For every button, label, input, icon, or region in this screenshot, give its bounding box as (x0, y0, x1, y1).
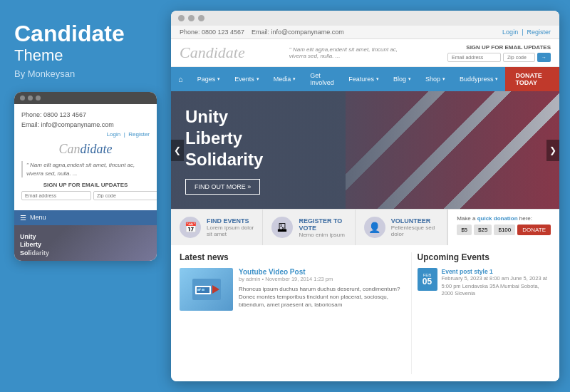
desktop-dot-1 (178, 15, 185, 21)
nav-item-shop[interactable]: Shop ▾ (418, 71, 452, 88)
mobile-phone-email: Phone: 0800 123 4567 Email: info@company… (21, 110, 150, 130)
events-section: Upcoming Events FEB 05 Event post style … (411, 252, 551, 374)
signup-row: → (447, 53, 551, 62)
find-events-title: FIND EVENTS (207, 217, 254, 225)
register-to-vote-text: REGISTER TO VOTE Nemo enim ipsum (299, 217, 346, 238)
post-text: Rhoncus ipsum duchus harum duchus deseru… (239, 285, 403, 309)
mobile-mockup: Phone: 0800 123 4567 Email: info@company… (14, 92, 157, 261)
mobile-quote: " Nam elit agna,enderit sit amet, tincun… (21, 161, 150, 177)
mobile-menu-bar[interactable]: ☰ Menu (14, 210, 157, 225)
site-top-info: Phone: 0800 123 4567 Email: info@company… (171, 26, 559, 39)
mobile-links: Login | Register (21, 131, 150, 138)
event-name[interactable]: Event post style 1 (442, 268, 551, 275)
volunteer-title: VOLUNTEER (391, 217, 438, 225)
logo-main: didate (206, 43, 245, 61)
quick-donation-link[interactable]: quick donation (477, 215, 518, 222)
signup-go-button[interactable]: → (537, 53, 551, 62)
event-info: Event post style 1 February 5, 2023 at 8… (442, 268, 551, 298)
donation-block: Make a quick donation here: $5 $25 $100 … (447, 210, 559, 245)
event-day: 05 (423, 277, 432, 286)
donate-5-button[interactable]: $5 (457, 225, 472, 235)
events-section-title: Upcoming Events (418, 252, 551, 262)
hero-cta-button[interactable]: FIND OUT MORE » (185, 179, 260, 195)
chevron-down-icon: ▾ (376, 76, 379, 82)
volunteer-icon: 👤 (364, 217, 385, 238)
find-events-desc: Lorem ipsum dolor sit amet (207, 225, 254, 237)
signup-zip-input[interactable] (503, 53, 535, 62)
donate-amounts: $5 $25 $100 DONATE (457, 225, 551, 235)
nav-item-features[interactable]: Features ▾ (341, 71, 386, 88)
mobile-email-input[interactable] (21, 191, 91, 200)
mobile-login-link[interactable]: Login (107, 131, 121, 138)
logo-prefix: Can (180, 43, 206, 61)
site-tagline: " Nam elit agna,enderit sit amet, tincun… (289, 46, 403, 59)
action-block-register-to-vote[interactable]: 🗳 REGISTER TO VOTE Nemo enim ipsum (263, 210, 355, 245)
find-events-text: FIND EVENTS Lorem ipsum dolor sit amet (207, 217, 254, 237)
mobile-email: Email: info@companyname.com (21, 120, 150, 130)
news-section-title: Latest news (180, 252, 403, 262)
register-to-vote-desc: Nemo enim ipsum (299, 232, 346, 238)
chevron-down-icon: ▾ (442, 76, 445, 82)
site-register-link[interactable]: Register (527, 29, 551, 36)
nav-donate-button[interactable]: DONATE TODAY (505, 67, 559, 91)
mobile-hero: UnityLibertySolidarity (14, 225, 157, 261)
mobile-content: Phone: 0800 123 4567 Email: info@company… (14, 104, 157, 210)
hero-next-arrow[interactable]: ❯ (546, 140, 559, 161)
nav-item-buddypress[interactable]: Buddypress ▾ (452, 71, 506, 88)
brand-title: Candidate (14, 21, 125, 46)
event-detail: February 5, 2023 at 8:00 am June 5, 2023… (442, 275, 551, 298)
desktop-dot-3 (198, 15, 204, 21)
donate-now-button[interactable]: DONATE (517, 225, 551, 235)
mobile-menu-label: Menu (30, 214, 46, 221)
mobile-logo: Candidate (21, 142, 150, 157)
action-blocks: 📅 FIND EVENTS Lorem ipsum dolor sit amet… (171, 209, 559, 245)
volunteer-text: VOLUNTEER Pellentesque sed dolor (391, 217, 438, 237)
donate-25-button[interactable]: $25 (474, 225, 492, 235)
nav-home-button[interactable]: ⌂ (171, 70, 190, 88)
site-nav: ⌂ Pages ▾ Events ▾ Media ▾ Get Involved … (171, 67, 559, 91)
nav-item-media[interactable]: Media ▾ (266, 71, 304, 88)
site-header: Candidate " Nam elit agna,enderit sit am… (171, 39, 559, 67)
svg-rect-6 (200, 289, 201, 289)
nav-item-blog[interactable]: Blog ▾ (386, 71, 418, 88)
desktop-top-bar (171, 11, 559, 26)
svg-rect-5 (202, 289, 204, 291)
news-section: Latest news Youtube Video Post by (180, 252, 411, 374)
site-contact-info: Phone: 0800 123 4567 Email: info@company… (180, 29, 344, 36)
volunteer-desc: Pellentesque sed dolor (391, 225, 438, 237)
site-phone: Phone: 0800 123 4567 (180, 29, 244, 36)
nav-item-pages[interactable]: Pages ▾ (190, 71, 228, 88)
register-to-vote-title: REGISTER TO VOTE (299, 217, 346, 232)
mobile-dot-1 (20, 96, 25, 100)
mobile-email-row: → (21, 191, 150, 200)
chevron-down-icon: ▾ (217, 76, 220, 82)
mobile-hero-text: UnityLibertySolidarity (20, 233, 49, 258)
site-hero: ❮ UnityLibertySolidarity FIND OUT MORE »… (171, 91, 559, 209)
mobile-register-link[interactable]: Register (128, 131, 150, 138)
hamburger-icon: ☰ (20, 214, 26, 222)
news-thumbnail (180, 268, 233, 311)
action-block-find-events[interactable]: 📅 FIND EVENTS Lorem ipsum dolor sit amet (171, 210, 263, 245)
action-block-volunteer[interactable]: 👤 VOLUNTEER Pellentesque sed dolor (356, 210, 447, 245)
chevron-down-icon: ▾ (293, 76, 296, 82)
mobile-top-bar (14, 92, 157, 104)
chevron-down-icon: ▾ (408, 76, 411, 82)
site-signup-block: SIGN UP FOR EMAIL UPDATES → (447, 44, 551, 62)
site-auth-links: Login | Register (502, 29, 551, 36)
signup-email-input[interactable] (447, 53, 501, 62)
news-post-content: Youtube Video Post by admin • November 1… (239, 268, 403, 311)
nav-item-get-involved[interactable]: Get Involved (303, 67, 341, 91)
hero-prev-arrow[interactable]: ❮ (171, 140, 184, 161)
nav-item-events[interactable]: Events ▾ (227, 71, 266, 88)
video-thumbnail-graphic (192, 279, 221, 300)
donate-100-button[interactable]: $100 (494, 225, 515, 235)
chevron-down-icon: ▾ (495, 76, 498, 82)
by-line: By Monkeysan (14, 68, 75, 79)
left-panel: Candidate Theme By Monkeysan Phone: 0800… (0, 0, 171, 392)
mobile-logo-prefix: Can (58, 142, 80, 156)
post-title[interactable]: Youtube Video Post (239, 268, 403, 276)
mobile-zip-input[interactable] (93, 191, 157, 200)
site-login-link[interactable]: Login (502, 29, 518, 36)
donate-label: Make a quick donation here: (457, 215, 551, 222)
find-events-icon: 📅 (180, 217, 201, 238)
